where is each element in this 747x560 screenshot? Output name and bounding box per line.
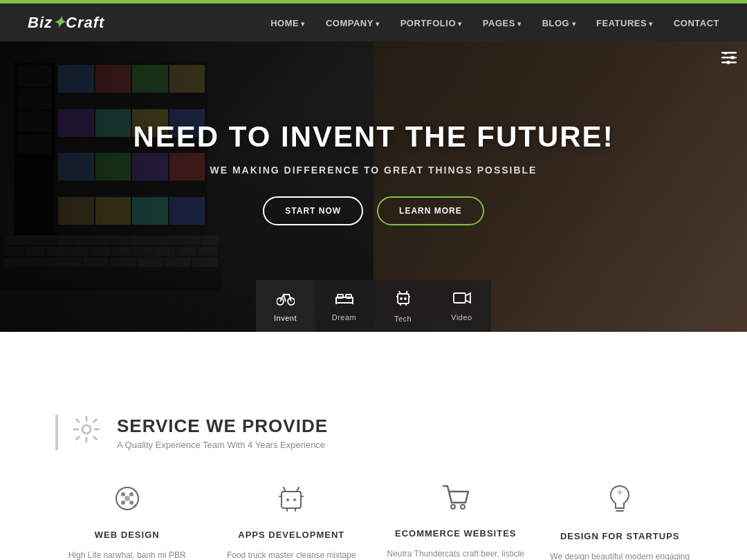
svg-point-19 <box>121 501 125 505</box>
svg-point-3 <box>724 52 728 55</box>
nav-link-home[interactable]: HOME <box>270 18 305 28</box>
tab-invent[interactable]: Invent <box>256 280 315 332</box>
hero-title: NEED TO INVENT THE FUTURE! <box>133 120 614 153</box>
nav-link-company[interactable]: COMPANY <box>326 18 380 28</box>
service-web-design-name: WEB DESIGN <box>55 530 199 540</box>
svg-point-24 <box>293 498 296 501</box>
service-startups-desc: We design beautiful modern engaging webs… <box>548 550 692 560</box>
nav-link-portfolio[interactable]: PORTFOLIO <box>400 18 462 28</box>
svg-point-12 <box>400 298 402 299</box>
svg-point-18 <box>129 492 133 496</box>
services-header: SERVICE WE PROVIDE A Quality Experience … <box>55 415 692 450</box>
tab-dream-label: Dream <box>332 313 357 321</box>
svg-point-15 <box>82 425 91 433</box>
svg-rect-0 <box>721 52 737 54</box>
spacer <box>0 332 747 373</box>
tab-tech[interactable]: Tech <box>374 280 432 332</box>
nav-links: HOME COMPANY PORTFOLIO PAGES BLOG FEATUR… <box>270 17 719 29</box>
nav-link-blog[interactable]: BLOG <box>542 18 575 28</box>
hero-buttons: START NOW LEARN MORE <box>133 196 614 225</box>
logo[interactable]: Biz✦Craft <box>28 14 104 32</box>
service-apps-dev-desc: Food truck master cleanse mixtape minim … <box>220 548 364 560</box>
service-web-design: WEB DESIGN High Life narwhal, banh mi PB… <box>55 485 199 560</box>
nav-item-home[interactable]: HOME <box>270 17 305 29</box>
services-title-block: SERVICE WE PROVIDE A Quality Experience … <box>117 416 328 450</box>
nav-item-portfolio[interactable]: PORTFOLIO <box>400 17 462 29</box>
svg-point-20 <box>129 501 133 505</box>
svg-rect-14 <box>454 293 465 303</box>
android-icon <box>396 290 410 310</box>
start-now-button[interactable]: START NOW <box>263 196 363 225</box>
svg-point-23 <box>286 498 289 501</box>
svg-point-25 <box>451 505 455 509</box>
gear-icon <box>72 415 101 450</box>
svg-point-13 <box>405 298 406 299</box>
service-startups: DESIGN FOR STARTUPS We design beautiful … <box>548 485 692 560</box>
learn-more-button[interactable]: LEARN MORE <box>377 196 484 225</box>
nav-item-company[interactable]: COMPANY <box>326 17 380 29</box>
svg-rect-22 <box>282 492 301 508</box>
svg-rect-1 <box>721 57 737 59</box>
svg-rect-11 <box>398 294 409 304</box>
nav-item-blog[interactable]: BLOG <box>542 17 575 29</box>
service-web-design-desc: High Life narwhal, banh mi PBR single-or… <box>55 548 199 560</box>
svg-point-17 <box>121 492 125 496</box>
tab-video-label: Video <box>451 313 472 321</box>
service-ecommerce-name: ECOMMERCE WEBSITES <box>384 528 528 539</box>
service-ecommerce-desc: Neutra Thundercats craft beer, listicle … <box>384 547 528 560</box>
services-grid: WEB DESIGN High Life narwhal, banh mi PB… <box>55 485 692 560</box>
svg-rect-10 <box>346 295 351 298</box>
nav-item-pages[interactable]: PAGES <box>483 17 522 29</box>
svg-rect-9 <box>338 295 343 298</box>
filter-icon[interactable] <box>721 52 737 68</box>
service-apps-dev-name: APPS DEVELOPMENT <box>220 530 364 540</box>
lightbulb-icon <box>548 485 692 520</box>
bike-icon <box>277 290 295 310</box>
nav-item-contact[interactable]: CONTACT <box>674 17 719 29</box>
service-startups-name: DESIGN FOR STARTUPS <box>548 531 692 541</box>
svg-point-5 <box>727 61 730 64</box>
svg-point-21 <box>124 496 130 501</box>
hero-subtitle: WE MAKING DIFFERENCE TO GREAT THINGS POS… <box>133 165 614 176</box>
hero-section: NEED TO INVENT THE FUTURE! WE MAKING DIF… <box>0 41 747 332</box>
tab-invent-label: Invent <box>274 314 297 322</box>
tab-dream[interactable]: Dream <box>315 280 374 332</box>
palette-icon <box>55 485 199 519</box>
nav-link-pages[interactable]: PAGES <box>483 18 522 28</box>
svg-point-4 <box>731 56 735 59</box>
tab-video[interactable]: Video <box>432 280 491 332</box>
tab-tech-label: Tech <box>394 315 412 323</box>
cart-icon <box>384 485 528 517</box>
android-apps-icon <box>220 485 364 519</box>
services-section: SERVICE WE PROVIDE A Quality Experience … <box>0 373 747 560</box>
service-apps-dev: APPS DEVELOPMENT Food truck master clean… <box>220 485 364 560</box>
hero-tabs: Invent Dream <box>256 280 491 332</box>
svg-point-26 <box>461 505 465 509</box>
nav-link-features[interactable]: FEATURES <box>596 18 653 28</box>
service-ecommerce: ECOMMERCE WEBSITES Neutra Thundercats cr… <box>384 485 528 560</box>
hero-content: NEED TO INVENT THE FUTURE! WE MAKING DIF… <box>133 120 614 225</box>
services-subtitle: A Quality Experience Team With 4 Years E… <box>117 440 328 450</box>
services-title: SERVICE WE PROVIDE <box>117 416 328 437</box>
navbar: Biz✦Craft HOME COMPANY PORTFOLIO PAGES B… <box>0 3 747 41</box>
camera-icon <box>453 291 471 309</box>
nav-link-contact[interactable]: CONTACT <box>674 18 719 28</box>
nav-item-features[interactable]: FEATURES <box>596 17 653 29</box>
logo-text: Biz✦Craft <box>28 14 104 31</box>
bed-icon <box>335 291 353 309</box>
